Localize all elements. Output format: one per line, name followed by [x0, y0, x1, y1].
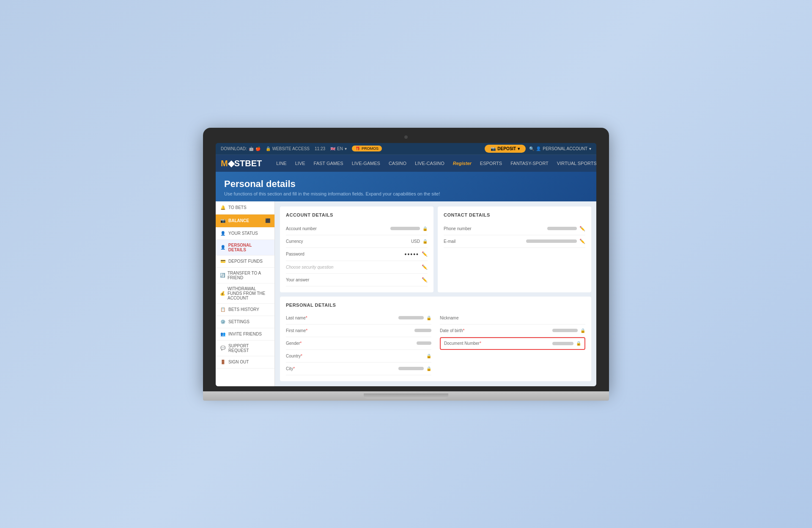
sidebar-item-invite-friends[interactable]: 👥 INVITE FRIENDS — [216, 328, 274, 341]
transfer-icon: 🔄 — [220, 272, 225, 278]
search-icon: 🔍 — [529, 146, 534, 151]
phone-number-row: Phone number ✏️ — [444, 223, 585, 235]
dob-row: Date of birth* 🔒 — [440, 324, 585, 337]
camera — [404, 135, 408, 139]
account-number-row: Account number 🔒 — [286, 223, 428, 235]
history-icon: 📋 — [220, 307, 226, 313]
answer-edit-icon[interactable]: ✏️ — [422, 277, 428, 283]
country-lock: 🔒 — [426, 354, 431, 358]
promo-button[interactable]: 🎁 PROMOS — [352, 146, 382, 151]
nav-items: LINE LIVE FAST GAMES LIVE-GAMES CASINO L… — [272, 156, 596, 171]
download-label: DOWNLOAD: — [221, 146, 247, 151]
flag-icon: 🇬🇧 — [330, 146, 335, 151]
page-header: Personal details Use functions of this s… — [216, 172, 596, 201]
nav-esports[interactable]: ESPORTS — [476, 156, 506, 171]
sidebar-item-sign-out[interactable]: 🚪 SIGN OUT — [216, 356, 274, 368]
laptop-base — [203, 391, 609, 401]
nav-line[interactable]: LINE — [272, 156, 291, 171]
nav-fast-games[interactable]: FAST GAMES — [310, 156, 348, 171]
gender-blurred — [417, 341, 431, 345]
download-item[interactable]: DOWNLOAD: 🤖 🍎 — [221, 146, 261, 151]
sidebar-item-deposit-funds[interactable]: 💳 DEPOSIT FUNDS — [216, 256, 274, 268]
dob-lock: 🔒 — [580, 328, 585, 333]
sign-out-label: SIGN OUT — [228, 360, 249, 364]
page-title: Personal details — [224, 179, 588, 190]
withdrawal-label: WITHDRAWAL FUNDS FROM THE ACCOUNT — [228, 286, 270, 300]
city-row: City* 🔒 — [286, 363, 431, 375]
nav-virtual-sports[interactable]: VIRTUAL SPORTS — [553, 156, 596, 171]
left-column: Last name* 🔒 First name* — [286, 312, 431, 375]
country-row: Country* 🔒 — [286, 350, 431, 363]
your-status-label: YOUR STATUS — [228, 231, 258, 236]
email-edit-icon[interactable]: ✏️ — [579, 239, 585, 244]
nickname-row: Nickname — [440, 312, 585, 324]
time-display: 11:23 — [315, 146, 325, 151]
password-value: ••••• ✏️ — [337, 251, 428, 258]
sidebar-item-balance[interactable]: 📷 BALANCE ⬛ — [216, 214, 274, 228]
city-value: 🔒 — [328, 366, 431, 371]
your-answer-label: Your answer — [286, 278, 337, 282]
promo-label: PROMOS — [362, 146, 379, 151]
website-access-item[interactable]: 🔒 WEBSITE ACCESS — [266, 146, 310, 151]
phone-blurred — [547, 227, 577, 230]
security-question-label: Choose security question — [286, 265, 337, 270]
dob-label: Date of birth* — [440, 328, 482, 333]
currency-lock-icon: 🔒 — [422, 239, 428, 244]
your-answer-row: Your answer ✏️ — [286, 274, 428, 286]
shield-icon: 🔒 — [266, 146, 271, 151]
document-number-row[interactable]: Document Number* 🔒 — [440, 337, 585, 350]
password-edit-icon[interactable]: ✏️ — [422, 251, 428, 257]
document-number-label: Document Number* — [444, 341, 552, 346]
nav-casino[interactable]: CASINO — [384, 156, 411, 171]
your-answer-value: ✏️ — [337, 277, 428, 283]
sidebar-item-settings[interactable]: ⚙️ SETTINGS — [216, 316, 274, 328]
deposit-label: DEPOSIT — [497, 146, 516, 151]
support-label: SUPPORT REQUEST — [228, 344, 270, 353]
settings-label: SETTINGS — [228, 319, 250, 324]
top-cards-row: ACCOUNT DETAILS Account number 🔒 — [280, 206, 591, 292]
camera-icon: 📷 — [491, 146, 496, 151]
sidebar-item-withdrawal[interactable]: 💰 WITHDRAWAL FUNDS FROM THE ACCOUNT — [216, 283, 274, 304]
first-name-blurred — [414, 329, 431, 332]
country-label: Country* — [286, 354, 328, 358]
account-number-label: Account number — [286, 226, 337, 231]
sidebar-item-support[interactable]: 💬 SUPPORT REQUEST — [216, 341, 274, 356]
nav-fantasy-sport[interactable]: FANTASY-SPORT — [506, 156, 553, 171]
phone-number-value: ✏️ — [494, 226, 585, 231]
android-icon: 🤖 — [249, 146, 254, 151]
first-name-label: First name* — [286, 328, 328, 333]
security-edit-icon[interactable]: ✏️ — [422, 264, 428, 270]
email-label: E-mail — [444, 239, 494, 244]
currency-label: Currency — [286, 239, 337, 244]
top-bar-left: DOWNLOAD: 🤖 🍎 🔒 WEBSITE ACCESS 11:23 🇬🇧 … — [221, 146, 382, 151]
sidebar-item-your-status[interactable]: 👤 YOUR STATUS — [216, 228, 274, 240]
logo[interactable]: M◆STBET — [221, 155, 262, 172]
sidebar-item-bets-history[interactable]: 📋 BETS HISTORY — [216, 304, 274, 316]
nav-live-games[interactable]: LIVE-GAMES — [348, 156, 384, 171]
personal-account-button[interactable]: 🔍 👤 PERSONAL ACCOUNT ▾ — [529, 146, 591, 151]
nav-live-casino[interactable]: LIVE-CASINO — [411, 156, 449, 171]
personal-details-card: PERSONAL DETAILS Last name* 🔒 — [280, 297, 591, 381]
first-name-row: First name* — [286, 324, 431, 337]
sidebar: 🔔 TO BETS 📷 BALANCE ⬛ 👤 YOUR STATUS 👤 — [216, 201, 275, 386]
support-icon: 💬 — [220, 345, 226, 351]
sidebar-item-to-bets[interactable]: 🔔 TO BETS — [216, 201, 274, 214]
email-value: ✏️ — [494, 239, 585, 244]
top-bar-right: 📷 DEPOSIT ▾ 🔍 👤 PERSONAL ACCOUNT ▾ — [485, 145, 591, 153]
personal-account-label: PERSONAL ACCOUNT — [543, 146, 587, 151]
account-details-card: ACCOUNT DETAILS Account number 🔒 — [280, 206, 433, 292]
first-name-value — [328, 329, 431, 332]
language-selector[interactable]: 🇬🇧 EN ▾ — [330, 146, 347, 151]
phone-edit-icon[interactable]: ✏️ — [579, 226, 585, 231]
country-value: 🔒 — [328, 354, 431, 358]
nav-bar: M◆STBET LINE LIVE FAST GAMES LIVE-GAMES … — [216, 155, 596, 172]
currency-badge: USD — [411, 239, 420, 244]
sidebar-item-personal-details[interactable]: 👤 PERSONAL DETAILS — [216, 240, 274, 256]
security-question-value: ✏️ — [337, 264, 428, 270]
nav-register[interactable]: Register — [449, 156, 476, 171]
nickname-label: Nickname — [440, 316, 482, 320]
sidebar-item-transfer[interactable]: 🔄 TRANSFER TO A FRIEND — [216, 268, 274, 283]
nav-live[interactable]: LIVE — [291, 156, 310, 171]
deposit-button[interactable]: 📷 DEPOSIT ▾ — [485, 145, 526, 153]
balance-label: BALANCE — [228, 218, 249, 223]
